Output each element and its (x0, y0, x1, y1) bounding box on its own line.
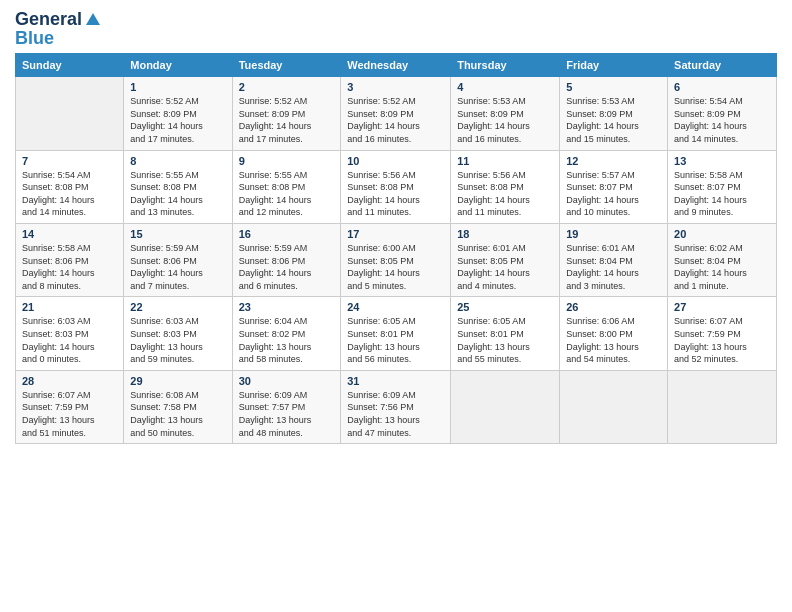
day-number: 7 (22, 155, 117, 167)
day-number: 4 (457, 81, 553, 93)
day-info: Sunrise: 5:52 AM Sunset: 8:09 PM Dayligh… (347, 95, 444, 145)
calendar-table: SundayMondayTuesdayWednesdayThursdayFrid… (15, 53, 777, 444)
column-header-wednesday: Wednesday (341, 54, 451, 77)
header-row: SundayMondayTuesdayWednesdayThursdayFrid… (16, 54, 777, 77)
day-number: 3 (347, 81, 444, 93)
calendar-container: General Blue SundayMondayTuesdayWednesda… (0, 0, 792, 612)
day-cell: 17Sunrise: 6:00 AM Sunset: 8:05 PM Dayli… (341, 224, 451, 297)
day-info: Sunrise: 6:02 AM Sunset: 8:04 PM Dayligh… (674, 242, 770, 292)
day-number: 15 (130, 228, 225, 240)
column-header-saturday: Saturday (668, 54, 777, 77)
day-cell: 26Sunrise: 6:06 AM Sunset: 8:00 PM Dayli… (560, 297, 668, 370)
day-info: Sunrise: 5:59 AM Sunset: 8:06 PM Dayligh… (239, 242, 335, 292)
svg-marker-0 (86, 13, 100, 25)
day-info: Sunrise: 6:05 AM Sunset: 8:01 PM Dayligh… (347, 315, 444, 365)
day-cell: 18Sunrise: 6:01 AM Sunset: 8:05 PM Dayli… (451, 224, 560, 297)
day-number: 13 (674, 155, 770, 167)
day-cell: 1Sunrise: 5:52 AM Sunset: 8:09 PM Daylig… (124, 77, 232, 150)
day-cell (668, 370, 777, 443)
column-header-friday: Friday (560, 54, 668, 77)
day-cell (451, 370, 560, 443)
day-cell: 19Sunrise: 6:01 AM Sunset: 8:04 PM Dayli… (560, 224, 668, 297)
day-info: Sunrise: 6:01 AM Sunset: 8:05 PM Dayligh… (457, 242, 553, 292)
day-cell: 31Sunrise: 6:09 AM Sunset: 7:56 PM Dayli… (341, 370, 451, 443)
day-cell: 11Sunrise: 5:56 AM Sunset: 8:08 PM Dayli… (451, 150, 560, 223)
day-info: Sunrise: 5:58 AM Sunset: 8:06 PM Dayligh… (22, 242, 117, 292)
day-number: 25 (457, 301, 553, 313)
logo-text: General (15, 10, 102, 29)
logo-icon (84, 11, 102, 29)
day-number: 24 (347, 301, 444, 313)
day-number: 5 (566, 81, 661, 93)
day-cell (560, 370, 668, 443)
day-number: 28 (22, 375, 117, 387)
day-info: Sunrise: 5:54 AM Sunset: 8:09 PM Dayligh… (674, 95, 770, 145)
day-info: Sunrise: 6:01 AM Sunset: 8:04 PM Dayligh… (566, 242, 661, 292)
day-number: 29 (130, 375, 225, 387)
day-cell: 22Sunrise: 6:03 AM Sunset: 8:03 PM Dayli… (124, 297, 232, 370)
day-cell: 2Sunrise: 5:52 AM Sunset: 8:09 PM Daylig… (232, 77, 341, 150)
day-info: Sunrise: 5:59 AM Sunset: 8:06 PM Dayligh… (130, 242, 225, 292)
day-info: Sunrise: 5:53 AM Sunset: 8:09 PM Dayligh… (457, 95, 553, 145)
day-cell: 7Sunrise: 5:54 AM Sunset: 8:08 PM Daylig… (16, 150, 124, 223)
week-row-5: 28Sunrise: 6:07 AM Sunset: 7:59 PM Dayli… (16, 370, 777, 443)
day-info: Sunrise: 5:53 AM Sunset: 8:09 PM Dayligh… (566, 95, 661, 145)
day-cell: 8Sunrise: 5:55 AM Sunset: 8:08 PM Daylig… (124, 150, 232, 223)
day-number: 17 (347, 228, 444, 240)
day-number: 23 (239, 301, 335, 313)
day-cell: 3Sunrise: 5:52 AM Sunset: 8:09 PM Daylig… (341, 77, 451, 150)
day-number: 12 (566, 155, 661, 167)
day-cell: 30Sunrise: 6:09 AM Sunset: 7:57 PM Dayli… (232, 370, 341, 443)
day-info: Sunrise: 5:52 AM Sunset: 8:09 PM Dayligh… (130, 95, 225, 145)
day-cell: 21Sunrise: 6:03 AM Sunset: 8:03 PM Dayli… (16, 297, 124, 370)
day-number: 18 (457, 228, 553, 240)
column-header-sunday: Sunday (16, 54, 124, 77)
day-number: 20 (674, 228, 770, 240)
day-number: 2 (239, 81, 335, 93)
week-row-4: 21Sunrise: 6:03 AM Sunset: 8:03 PM Dayli… (16, 297, 777, 370)
day-info: Sunrise: 6:06 AM Sunset: 8:00 PM Dayligh… (566, 315, 661, 365)
day-info: Sunrise: 5:56 AM Sunset: 8:08 PM Dayligh… (457, 169, 553, 219)
day-cell: 25Sunrise: 6:05 AM Sunset: 8:01 PM Dayli… (451, 297, 560, 370)
day-number: 14 (22, 228, 117, 240)
logo-blue: Blue (15, 29, 102, 47)
day-number: 31 (347, 375, 444, 387)
day-cell: 29Sunrise: 6:08 AM Sunset: 7:58 PM Dayli… (124, 370, 232, 443)
header: General Blue (15, 10, 777, 47)
day-number: 10 (347, 155, 444, 167)
day-info: Sunrise: 6:03 AM Sunset: 8:03 PM Dayligh… (22, 315, 117, 365)
day-number: 6 (674, 81, 770, 93)
day-number: 11 (457, 155, 553, 167)
day-number: 22 (130, 301, 225, 313)
day-info: Sunrise: 5:58 AM Sunset: 8:07 PM Dayligh… (674, 169, 770, 219)
day-info: Sunrise: 5:52 AM Sunset: 8:09 PM Dayligh… (239, 95, 335, 145)
day-number: 9 (239, 155, 335, 167)
day-info: Sunrise: 6:03 AM Sunset: 8:03 PM Dayligh… (130, 315, 225, 365)
day-info: Sunrise: 6:08 AM Sunset: 7:58 PM Dayligh… (130, 389, 225, 439)
week-row-3: 14Sunrise: 5:58 AM Sunset: 8:06 PM Dayli… (16, 224, 777, 297)
logo: General Blue (15, 10, 102, 47)
day-cell: 24Sunrise: 6:05 AM Sunset: 8:01 PM Dayli… (341, 297, 451, 370)
day-number: 26 (566, 301, 661, 313)
day-cell: 12Sunrise: 5:57 AM Sunset: 8:07 PM Dayli… (560, 150, 668, 223)
day-info: Sunrise: 6:07 AM Sunset: 7:59 PM Dayligh… (674, 315, 770, 365)
day-info: Sunrise: 6:00 AM Sunset: 8:05 PM Dayligh… (347, 242, 444, 292)
day-info: Sunrise: 6:09 AM Sunset: 7:56 PM Dayligh… (347, 389, 444, 439)
day-cell: 14Sunrise: 5:58 AM Sunset: 8:06 PM Dayli… (16, 224, 124, 297)
day-info: Sunrise: 5:54 AM Sunset: 8:08 PM Dayligh… (22, 169, 117, 219)
day-info: Sunrise: 5:57 AM Sunset: 8:07 PM Dayligh… (566, 169, 661, 219)
day-number: 30 (239, 375, 335, 387)
week-row-2: 7Sunrise: 5:54 AM Sunset: 8:08 PM Daylig… (16, 150, 777, 223)
day-info: Sunrise: 5:56 AM Sunset: 8:08 PM Dayligh… (347, 169, 444, 219)
day-cell: 13Sunrise: 5:58 AM Sunset: 8:07 PM Dayli… (668, 150, 777, 223)
day-number: 8 (130, 155, 225, 167)
day-number: 16 (239, 228, 335, 240)
day-cell (16, 77, 124, 150)
day-cell: 16Sunrise: 5:59 AM Sunset: 8:06 PM Dayli… (232, 224, 341, 297)
day-cell: 10Sunrise: 5:56 AM Sunset: 8:08 PM Dayli… (341, 150, 451, 223)
column-header-monday: Monday (124, 54, 232, 77)
day-cell: 23Sunrise: 6:04 AM Sunset: 8:02 PM Dayli… (232, 297, 341, 370)
day-info: Sunrise: 5:55 AM Sunset: 8:08 PM Dayligh… (130, 169, 225, 219)
day-cell: 6Sunrise: 5:54 AM Sunset: 8:09 PM Daylig… (668, 77, 777, 150)
day-number: 1 (130, 81, 225, 93)
